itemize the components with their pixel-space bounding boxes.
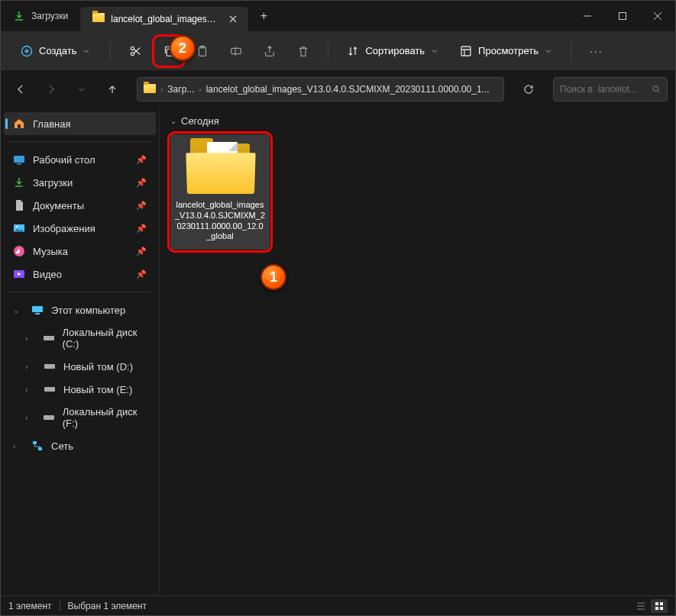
explorer-window: Загрузки lancelot_global_images_V13.0 + … bbox=[0, 0, 676, 616]
recent-button[interactable] bbox=[70, 77, 94, 102]
arrow-up-icon bbox=[107, 84, 118, 95]
sidebar-item-label: Видео bbox=[33, 269, 62, 280]
sidebar-item-home[interactable]: Главная bbox=[4, 112, 156, 135]
sidebar-item-documents[interactable]: Документы 📌 bbox=[4, 194, 156, 217]
sidebar-item-desktop[interactable]: Рабочий стол 📌 bbox=[4, 148, 156, 171]
sidebar-item-label: Главная bbox=[33, 118, 70, 130]
maximize-button[interactable] bbox=[605, 1, 640, 31]
svg-rect-4 bbox=[167, 49, 173, 56]
share-button[interactable] bbox=[256, 37, 283, 65]
copy-button[interactable] bbox=[155, 37, 183, 65]
sidebar-item-videos[interactable]: Видео 📌 bbox=[4, 263, 156, 285]
chevron-right-icon: › bbox=[199, 85, 201, 94]
close-icon[interactable] bbox=[227, 13, 239, 25]
view-label: Просмотреть bbox=[478, 45, 539, 56]
svg-rect-30 bbox=[655, 607, 658, 610]
refresh-icon bbox=[522, 83, 535, 95]
chevron-down-icon bbox=[77, 85, 86, 94]
create-label: Создать bbox=[39, 45, 76, 56]
sidebar-item-drive-d[interactable]: › Новый том (D:) bbox=[4, 355, 156, 378]
sidebar-item-label: Документы bbox=[33, 200, 84, 211]
sidebar-item-label: Новый том (E:) bbox=[63, 384, 132, 395]
pin-icon: 📌 bbox=[136, 201, 147, 211]
new-tab-button[interactable]: + bbox=[248, 1, 279, 31]
forward-button[interactable] bbox=[39, 77, 63, 102]
more-button[interactable]: ··· bbox=[582, 40, 611, 62]
sort-icon bbox=[347, 45, 359, 57]
chevron-right-icon[interactable]: › bbox=[25, 334, 35, 343]
sidebar: Главная Рабочий стол 📌 Загрузки 📌 Докуме… bbox=[1, 108, 160, 595]
paste-icon bbox=[196, 44, 209, 58]
home-icon bbox=[13, 118, 25, 130]
pin-icon: 📌 bbox=[136, 247, 147, 256]
chevron-down-icon bbox=[82, 47, 90, 55]
chevron-right-icon[interactable]: › bbox=[25, 363, 36, 371]
tab-label: Загрузки bbox=[31, 11, 68, 21]
details-view-button[interactable] bbox=[632, 599, 649, 613]
separator bbox=[60, 601, 60, 611]
paste-button[interactable] bbox=[189, 37, 216, 65]
close-button[interactable] bbox=[640, 1, 675, 31]
chevron-right-icon[interactable]: › bbox=[25, 385, 36, 394]
svg-rect-11 bbox=[17, 163, 21, 165]
chevron-down-icon bbox=[545, 47, 552, 55]
refresh-button[interactable] bbox=[515, 77, 542, 102]
search-input[interactable] bbox=[560, 84, 647, 95]
group-header[interactable]: ⌄ Сегодня bbox=[170, 115, 665, 127]
svg-point-21 bbox=[53, 366, 54, 367]
create-button[interactable]: Создать bbox=[11, 40, 99, 62]
svg-point-19 bbox=[51, 337, 53, 339]
rename-button[interactable] bbox=[222, 37, 250, 65]
rename-icon bbox=[229, 44, 243, 58]
sidebar-item-thispc[interactable]: ⌄ Этот компьютер bbox=[4, 298, 156, 321]
trash-icon bbox=[296, 44, 310, 58]
breadcrumb[interactable]: lancelot_global_images_V13.0.4.0.SJCMIXM… bbox=[206, 84, 490, 95]
cut-button[interactable] bbox=[121, 37, 149, 65]
up-button[interactable] bbox=[100, 77, 125, 102]
file-item-folder[interactable]: lancelot_global_images_V13.0.4.0.SJCMIXM… bbox=[170, 134, 270, 250]
nav-row: › Загр... › lancelot_global_images_V13.0… bbox=[1, 71, 675, 108]
tab-downloads[interactable]: Загрузки bbox=[1, 1, 80, 31]
network-icon bbox=[31, 440, 44, 452]
content-pane[interactable]: ⌄ Сегодня lancelot_global_images_V13.0.4… bbox=[160, 108, 675, 595]
copy-icon bbox=[162, 44, 176, 58]
svg-rect-0 bbox=[619, 13, 626, 20]
sidebar-item-downloads[interactable]: Загрузки 📌 bbox=[4, 171, 156, 194]
tab-active[interactable]: lancelot_global_images_V13.0 bbox=[80, 7, 248, 31]
chevron-right-icon[interactable]: › bbox=[13, 442, 24, 450]
svg-point-2 bbox=[131, 47, 134, 50]
folder-icon bbox=[186, 140, 254, 195]
svg-point-25 bbox=[51, 417, 53, 418]
sidebar-item-drive-e[interactable]: › Новый том (E:) bbox=[4, 378, 156, 401]
svg-rect-28 bbox=[655, 602, 658, 605]
pc-icon bbox=[31, 304, 44, 316]
separator bbox=[328, 42, 328, 60]
sidebar-item-pictures[interactable]: Изображения 📌 bbox=[4, 217, 156, 240]
back-button[interactable] bbox=[8, 77, 33, 102]
delete-button[interactable] bbox=[289, 37, 317, 65]
separator bbox=[110, 42, 111, 60]
tab-label: lancelot_global_images_V13.0 bbox=[111, 14, 221, 24]
status-selected: Выбран 1 элемент bbox=[68, 601, 147, 611]
minimize-button[interactable] bbox=[570, 1, 605, 31]
drive-icon bbox=[44, 383, 56, 395]
sort-button[interactable]: Сортировать bbox=[339, 40, 446, 62]
drive-icon bbox=[43, 411, 55, 424]
pictures-icon bbox=[13, 222, 25, 234]
sidebar-item-drive-c[interactable]: › Локальный диск (C:) bbox=[4, 321, 156, 355]
sidebar-item-drive-f[interactable]: › Локальный диск (F:) bbox=[4, 401, 156, 434]
view-button[interactable]: Просмотреть bbox=[452, 40, 560, 62]
chevron-right-icon[interactable]: › bbox=[25, 414, 35, 422]
breadcrumb[interactable]: Загр... bbox=[167, 84, 194, 95]
tiles-view-button[interactable] bbox=[651, 599, 668, 613]
search-box[interactable] bbox=[553, 77, 668, 102]
music-icon bbox=[13, 245, 25, 257]
svg-rect-16 bbox=[32, 306, 43, 312]
folder-icon bbox=[92, 13, 105, 25]
group-label: Сегодня bbox=[181, 115, 219, 127]
address-bar[interactable]: › Загр... › lancelot_global_images_V13.0… bbox=[137, 77, 504, 102]
drive-icon bbox=[44, 360, 56, 373]
chevron-down-icon[interactable]: ⌄ bbox=[13, 306, 24, 314]
sidebar-item-network[interactable]: › Сеть bbox=[4, 434, 156, 457]
sidebar-item-music[interactable]: Музыка 📌 bbox=[4, 240, 156, 263]
